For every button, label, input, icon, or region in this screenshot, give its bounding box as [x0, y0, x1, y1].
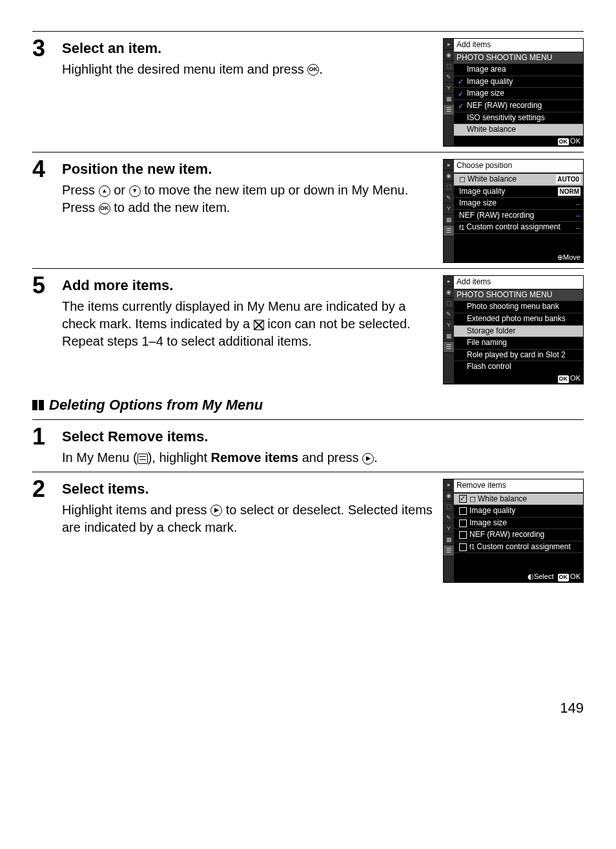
right-icon: ▶	[210, 505, 222, 516]
checkbox-icon	[459, 543, 467, 551]
checkbox-icon	[459, 531, 467, 539]
checkbox-icon	[459, 495, 467, 503]
my-menu-icon	[138, 454, 148, 464]
step-number: 2	[32, 477, 62, 501]
step-5: 5 Add more items. The items currently di…	[32, 274, 584, 384]
ok-icon: OK	[307, 64, 319, 76]
checkbox-icon	[459, 507, 467, 515]
lcd-header: Add items	[454, 39, 583, 52]
lcd-screen-4: ▸◉⬚✎Y▦☰ Remove items ◻White balance Imag…	[443, 479, 584, 583]
step-text: In My Menu (), highlight Remove items an…	[62, 449, 584, 466]
right-icon: ▶	[362, 453, 374, 465]
step-number: 3	[32, 37, 62, 60]
step-title: Select Remove items.	[62, 428, 584, 446]
check-icon: ✓	[458, 77, 464, 86]
lcd-header: Add items	[454, 276, 583, 289]
step-title: Position the new item.	[62, 160, 435, 179]
lcd-screen-2: ▸◉⬚✎Y▦☰ Choose position ◻White balanceAU…	[443, 159, 584, 263]
lcd-header: Choose position	[454, 160, 583, 173]
step-title: Select an item.	[62, 39, 435, 58]
lcd-header: Remove items	[454, 479, 583, 493]
step-3: 3 Select an item. Highlight the desired …	[32, 37, 584, 147]
step-delete-2: 2 Select items. Highlight items and pres…	[32, 477, 584, 583]
checkbox-icon	[459, 519, 467, 527]
step-number: 5	[32, 274, 62, 297]
step-text: The items currently displayed in My Menu…	[62, 298, 435, 350]
step-4: 4 Position the new item. Press ▲ or ▼ to…	[32, 158, 584, 263]
prohibited-icon	[254, 320, 264, 330]
step-text: Highlight the desired menu item and pres…	[62, 61, 435, 78]
check-icon: ✓	[458, 89, 464, 98]
lcd-screen-3: ▸◉⬚✎Y▦☰ Add items PHOTO SHOOTING MENU Ph…	[443, 275, 584, 384]
step-number: 1	[32, 425, 62, 448]
up-icon: ▲	[99, 185, 110, 197]
down-icon: ▼	[129, 185, 141, 197]
check-icon: ✓	[458, 101, 464, 110]
step-number: 4	[32, 158, 62, 181]
step-text: Highlight items and press ▶ to select or…	[62, 501, 435, 536]
subheading: Deleting Options from My Menu	[32, 396, 584, 415]
ok-icon: OK	[99, 203, 110, 215]
page-number: 149	[32, 699, 584, 718]
step-title: Select items.	[62, 480, 435, 499]
step-title: Add more items.	[62, 277, 435, 295]
subheading-marker-icon	[32, 400, 45, 410]
step-text: Press ▲ or ▼ to move the new item up or …	[62, 182, 435, 216]
step-delete-1: 1 Select Remove items. In My Menu (), hi…	[32, 425, 584, 466]
lcd-screen-1: ▸◉⬚✎Y▦☰ Add items PHOTO SHOOTING MENU Im…	[443, 38, 584, 147]
